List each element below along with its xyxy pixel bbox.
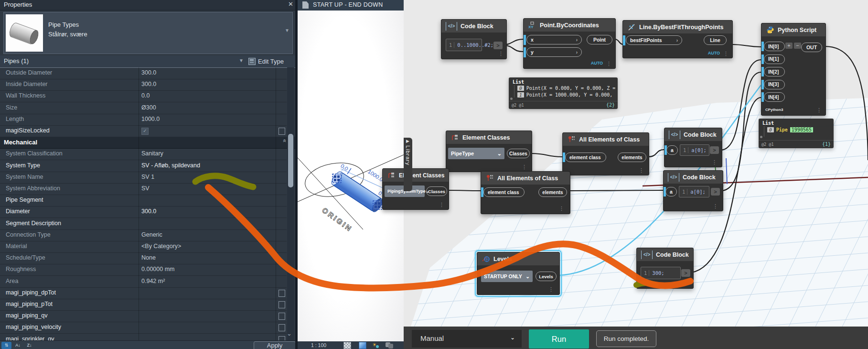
line-bybestfit-node[interactable]: Line.ByBestFitThroughPoints bestFitPoint… (622, 20, 733, 58)
view-scale[interactable]: 1 : 100 (311, 342, 326, 348)
remove-input-button[interactable]: − (794, 43, 801, 49)
code-input[interactable]: 10..1000..#2; (446, 39, 482, 51)
more-options-icon[interactable]: ⋮ (723, 51, 729, 56)
more-options-icon[interactable]: ⋮ (606, 61, 611, 66)
code-input[interactable]: 1300; (641, 267, 681, 279)
associate-parameter-checkbox[interactable] (279, 313, 285, 320)
output-port-elements[interactable]: elements (538, 187, 567, 197)
property-row[interactable]: System TypeSV - Afløb, spildevand (0, 160, 287, 172)
output-port-line[interactable]: Line (704, 35, 727, 45)
more-options-icon[interactable]: ⋮ (816, 108, 822, 112)
input-port-a[interactable]: a (665, 187, 677, 196)
levels-node[interactable]: Levels STARTUP ONLY⌄ Levels ⋮ (477, 252, 560, 295)
python-input-port[interactable]: IN[4] (764, 92, 785, 102)
code-input[interactable]: 1a[0]; (680, 144, 709, 156)
collapse-section-icon[interactable]: « (278, 139, 288, 146)
preview-bubble-pipe[interactable]: List 0Pipe1990565 @2 @1{1} (759, 119, 834, 148)
sort-descending-icon[interactable]: Z↓ (24, 342, 34, 349)
run-button[interactable]: Run (529, 329, 589, 349)
lacing-label[interactable]: AUTO (591, 61, 603, 65)
output-port[interactable]: > (711, 188, 720, 196)
input-port-element-class[interactable]: element class (483, 187, 525, 197)
level-dropdown[interactable]: STARTUP ONLY⌄ (481, 271, 533, 282)
input-port-element-class[interactable]: element class (565, 153, 606, 162)
type-selector[interactable]: Pipe Types Stålrør, svære ▼ (3, 12, 293, 54)
more-options-icon[interactable]: ⋮ (522, 164, 527, 169)
sort-ascending-icon[interactable]: A↓ (13, 342, 23, 349)
library-tab[interactable]: ▶ Library (404, 138, 412, 191)
code-input[interactable]: 1a[0]; (679, 186, 709, 197)
close-icon[interactable]: ✕ (288, 0, 293, 8)
property-row[interactable]: Diameter300.0 (0, 206, 287, 218)
output-port[interactable]: > (681, 269, 690, 277)
property-row[interactable]: magi_piping_qv (0, 310, 287, 322)
view-tab[interactable]: START UP - END DOWN (298, 0, 404, 11)
apply-button[interactable]: Apply (254, 341, 296, 349)
code-block-node[interactable]: </>Code Block 10..1000..#2; > ⋮ (441, 19, 507, 59)
property-row[interactable]: magi_sprinkler_qv (0, 334, 287, 340)
property-value[interactable]: SV - Afløb, spildevand (141, 162, 200, 169)
element-classes-node[interactable]: Element Classes PipeType⌄ Classes ⋮ (446, 131, 532, 172)
associate-parameter-checkbox[interactable] (279, 290, 285, 297)
property-row[interactable]: magi_piping_dpTot (0, 287, 287, 299)
pipe-endpoint-handle[interactable] (373, 201, 382, 209)
output-port-classes[interactable]: Classes (507, 149, 530, 158)
add-input-button[interactable]: + (785, 43, 793, 49)
edit-type-button[interactable]: Edit Type (248, 57, 284, 66)
sort-default-icon[interactable]: ⇅ (1, 342, 11, 349)
checkbox-checked[interactable]: ✓ (141, 128, 149, 135)
output-port[interactable]: > (493, 42, 503, 49)
more-options-icon[interactable]: ⋮ (439, 202, 444, 207)
property-row[interactable]: magi_piping_velocity (0, 322, 287, 334)
class-dropdown[interactable]: PipeType⌄ (448, 148, 504, 159)
python-input-port[interactable]: IN[1] (764, 55, 785, 64)
python-input-port[interactable]: IN[3] (764, 80, 785, 89)
output-port[interactable]: > (710, 146, 719, 154)
code-block-node[interactable]: </>Code Block a 1a[0]; > ⋮ (663, 170, 723, 211)
chevron-down-icon[interactable]: ▼ (239, 58, 244, 63)
associate-parameter-checkbox[interactable] (279, 301, 285, 308)
lacing-label[interactable]: AUTO (708, 51, 720, 55)
property-row[interactable]: magiSizeLocked✓ (0, 125, 287, 137)
more-options-icon[interactable]: ⋮ (498, 51, 504, 56)
more-options-icon[interactable]: ⋮ (712, 160, 717, 164)
code-block-node[interactable]: </>Code Block 1300; > ⋮ (636, 248, 694, 289)
more-options-icon[interactable]: ⋮ (713, 204, 718, 208)
visual-style-icon[interactable] (359, 342, 366, 349)
output-port-out[interactable]: OUT (801, 43, 822, 52)
python-engine-label[interactable]: CPython3 (765, 108, 783, 112)
pipe-endpoint-handle[interactable] (332, 174, 341, 183)
properties-titlebar[interactable]: Properties ✕ (0, 0, 295, 11)
sun-path-icon[interactable]: ☀ (372, 342, 379, 348)
detail-level-icon[interactable] (343, 342, 351, 349)
associate-parameter-checkbox[interactable] (279, 324, 285, 331)
property-row[interactable]: magi_piping_pTot (0, 299, 287, 311)
input-port-x[interactable]: x› (526, 35, 582, 44)
property-row[interactable]: Pipe Segment (0, 195, 287, 207)
associate-parameter-checkbox[interactable] (279, 336, 285, 340)
more-options-icon[interactable]: ⋮ (559, 206, 564, 211)
more-options-icon[interactable]: ⋮ (683, 281, 688, 285)
run-mode-select[interactable]: Manual ⌄ (412, 330, 522, 348)
output-port-point[interactable]: Point (587, 35, 612, 44)
all-elements-of-class-node[interactable]: All Elements of Class element class elem… (481, 171, 570, 214)
input-port-bestfitpoints[interactable]: bestFitPoints› (626, 35, 682, 45)
python-input-port[interactable]: IN[2] (764, 67, 785, 76)
code-block-node[interactable]: </>Code Block a 1a[0]; > ⋮ (664, 128, 722, 167)
more-options-icon[interactable]: ⋮ (639, 168, 644, 173)
output-port-elements[interactable]: elements (618, 153, 646, 162)
python-script-node[interactable]: Python Script IN[0]IN[1]IN[2]IN[3]IN[4] … (761, 23, 826, 116)
property-value[interactable]: 300.0 (141, 208, 156, 215)
associate-parameter-checkbox[interactable] (279, 128, 285, 135)
output-port-classes[interactable]: Classes (426, 186, 447, 196)
input-port-y[interactable]: y› (526, 47, 582, 57)
input-port-a[interactable]: a (666, 145, 678, 155)
more-options-icon[interactable]: ⋮ (548, 287, 554, 292)
point-bycoordinates-node[interactable]: XYPoint.ByCoordinates x› y› Point AUTO ⋮ (523, 18, 616, 69)
element-classes-node[interactable]: Element Classes PipingSystemType⌄ Classe… (382, 168, 449, 210)
chevron-down-icon[interactable]: ▼ (285, 28, 289, 33)
scrollbar-thumb[interactable] (288, 134, 293, 187)
crop-view-icon[interactable] (388, 344, 393, 349)
python-input-port[interactable]: IN[0] (764, 42, 785, 51)
scrollbar-track[interactable] (287, 67, 294, 340)
